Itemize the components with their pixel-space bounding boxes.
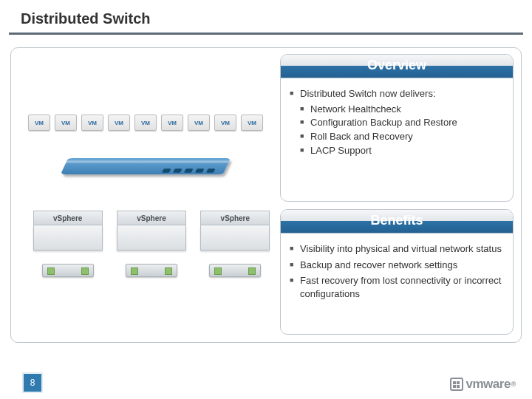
- benefits-item: Visibility into physical and virtual net…: [290, 242, 505, 256]
- overview-heading: Overview: [281, 55, 513, 78]
- server-icon: [126, 264, 177, 277]
- content-frame: Overview Distributed Switch now delivers…: [10, 47, 522, 343]
- overview-item: LACP Support: [290, 145, 505, 157]
- architecture-diagram: VMVMVMVMVMVMVMVMVM vSpherevSpherevSphere: [20, 78, 271, 314]
- slide: Distributed Switch Overview Distributed …: [0, 0, 532, 399]
- vm-box: VM: [134, 115, 157, 131]
- vm-box: VM: [55, 115, 77, 131]
- host-body: [33, 225, 103, 250]
- vm-box: VM: [28, 115, 50, 131]
- benefits-item: Backup and recover network settings: [290, 259, 505, 272]
- server-icon: [209, 264, 261, 277]
- overview-body: Distributed Switch now delivers: Network…: [281, 78, 513, 166]
- distributed-switch-icon: [64, 151, 227, 196]
- benefits-body: Visibility into physical and virtual net…: [281, 233, 513, 310]
- vmware-logo: vmware®: [450, 377, 516, 392]
- vm-box: VM: [241, 115, 263, 131]
- vsphere-label: vSphere: [200, 211, 270, 225]
- vm-row: VMVMVMVMVMVMVMVMVM: [20, 115, 271, 131]
- host-body: [117, 225, 186, 250]
- vm-box: VM: [188, 115, 210, 131]
- slide-title: Distributed Switch: [21, 10, 151, 27]
- title-rule: [9, 33, 523, 35]
- vm-box: VM: [161, 115, 183, 131]
- vsphere-label: vSphere: [33, 211, 103, 225]
- server-row: [26, 264, 277, 277]
- page-number: 8: [24, 374, 41, 392]
- vsphere-label: vSphere: [117, 211, 186, 225]
- overview-item: Network Healthcheck: [290, 103, 505, 116]
- vsphere-host: vSphere: [117, 211, 186, 250]
- benefits-panel: Benefits Visibility into physical and vi…: [280, 209, 514, 335]
- host-row: vSpherevSpherevSphere: [26, 211, 277, 250]
- benefits-item: Fast recovery from lost connectivity or …: [290, 274, 505, 300]
- vm-box: VM: [108, 115, 130, 131]
- server-icon: [42, 264, 94, 277]
- vm-box: VM: [81, 115, 103, 131]
- overview-panel: Overview Distributed Switch now delivers…: [280, 54, 514, 202]
- overview-lead: Distributed Switch now delivers:: [290, 87, 505, 100]
- brand-text: vmware: [466, 377, 511, 392]
- benefits-heading: Benefits: [281, 210, 513, 233]
- vm-box: VM: [214, 115, 236, 131]
- overview-item: Roll Back and Recovery: [290, 131, 505, 143]
- registered-mark: ®: [511, 381, 516, 388]
- host-body: [200, 225, 270, 250]
- vsphere-host: vSphere: [33, 211, 103, 250]
- logo-box-icon: [450, 378, 463, 391]
- vsphere-host: vSphere: [200, 211, 270, 250]
- overview-item: Configuration Backup and Restore: [290, 117, 505, 129]
